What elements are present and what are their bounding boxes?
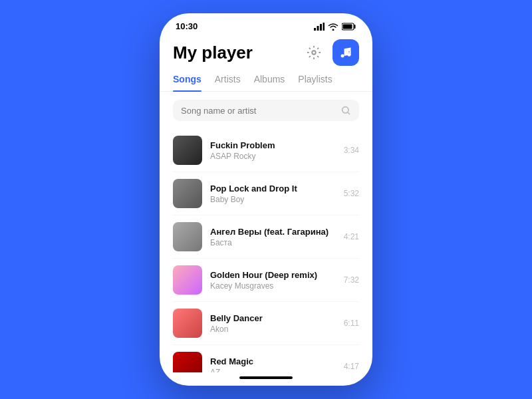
status-bar: 10:30 (160, 13, 372, 37)
song-info: Pop Lock and Drop It Baby Boy (210, 184, 336, 204)
svg-point-8 (348, 53, 351, 57)
song-duration: 5:32 (344, 189, 359, 198)
song-info: Fuckin Problem ASAP Rocky (210, 140, 336, 161)
song-artist: ASAP Rocky (210, 152, 336, 161)
svg-rect-3 (323, 23, 325, 31)
song-item[interactable]: Ангел Веры (feat. Гагарина) Баста 4:21 (173, 215, 359, 259)
song-artist: Akon (210, 325, 336, 334)
status-icons (314, 23, 356, 31)
settings-button[interactable] (302, 41, 326, 65)
song-item[interactable]: Pop Lock and Drop It Baby Boy 5:32 (173, 172, 359, 215)
svg-rect-5 (343, 24, 352, 29)
signal-icon (314, 23, 325, 31)
song-info: Ангел Веры (feat. Гагарина) Баста (210, 227, 336, 247)
song-title: Golden Hour (Deep remix) (210, 270, 336, 280)
song-info: Red Magic AZ (210, 356, 336, 373)
svg-point-11 (342, 107, 348, 113)
svg-point-6 (312, 51, 316, 55)
song-artist: Baby Boy (210, 195, 336, 204)
song-duration: 7:32 (344, 275, 359, 285)
battery-icon (342, 23, 356, 31)
svg-rect-0 (314, 28, 316, 31)
song-duration: 4:21 (344, 232, 359, 241)
svg-rect-1 (317, 26, 319, 31)
svg-point-7 (341, 55, 344, 58)
song-duration: 3:34 (344, 146, 359, 155)
song-item[interactable]: Fuckin Problem ASAP Rocky 3:34 (173, 129, 359, 172)
song-title: Fuckin Problem (210, 140, 336, 150)
song-title: Ангел Веры (feat. Гагарина) (210, 227, 336, 237)
home-indicator (239, 376, 293, 379)
song-thumbnail (173, 136, 202, 165)
song-thumbnail (173, 352, 202, 372)
song-artist: AZ (210, 368, 336, 373)
songs-list: Fuckin Problem ASAP Rocky 3:34 Pop Lock … (160, 129, 372, 372)
song-info: Golden Hour (Deep remix) Kacey Musgraves (210, 270, 336, 291)
song-duration: 4:17 (344, 362, 359, 371)
song-thumbnail (173, 179, 202, 208)
header-actions (302, 39, 359, 66)
song-thumbnail (173, 309, 202, 338)
search-icon (340, 105, 351, 116)
page-title: My player (173, 43, 253, 63)
song-item[interactable]: Belly Dancer Akon 6:11 (173, 302, 359, 345)
music-add-icon (339, 46, 352, 59)
search-bar[interactable] (173, 100, 359, 121)
song-item[interactable]: Golden Hour (Deep remix) Kacey Musgraves… (173, 259, 359, 302)
time-display: 10:30 (176, 21, 198, 31)
tab-albums[interactable]: Albums (254, 74, 285, 91)
song-title: Belly Dancer (210, 313, 336, 323)
song-thumbnail (173, 222, 202, 251)
tab-artists[interactable]: Artists (215, 74, 241, 91)
tab-playlists[interactable]: Playlists (298, 74, 332, 91)
song-artist: Kacey Musgraves (210, 281, 336, 291)
song-thumbnail (173, 265, 202, 295)
search-input[interactable] (181, 106, 335, 116)
song-title: Pop Lock and Drop It (210, 184, 336, 194)
add-music-button[interactable] (332, 39, 359, 66)
phone-frame: 10:30 My player (160, 13, 372, 386)
svg-line-12 (348, 112, 350, 114)
header: My player (160, 37, 372, 74)
song-item[interactable]: Red Magic AZ 4:17 (173, 345, 359, 372)
song-duration: 6:11 (344, 319, 359, 328)
wifi-icon (328, 23, 338, 31)
svg-rect-2 (320, 24, 322, 31)
song-info: Belly Dancer Akon (210, 313, 336, 334)
song-title: Red Magic (210, 356, 336, 366)
tab-songs[interactable]: Songs (173, 74, 201, 91)
tabs-bar: Songs Artists Albums Playlists (160, 74, 372, 92)
song-artist: Баста (210, 238, 336, 247)
gear-icon (307, 45, 321, 60)
